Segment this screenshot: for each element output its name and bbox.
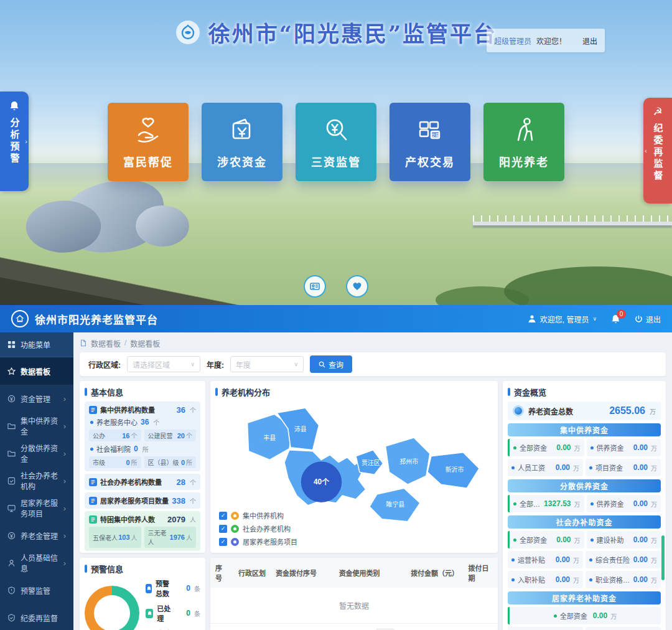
checkbox-checked[interactable]: ✓ <box>219 525 227 533</box>
year-select[interactable]: 年度 <box>230 356 304 372</box>
panel-title: 养老机构分布 <box>215 386 493 398</box>
sub-chip: 公办16个 <box>89 430 141 441</box>
fund-item: 运营补贴0.00万 <box>508 551 583 568</box>
analysis-warning-tab[interactable]: 分析预警 › <box>0 92 29 191</box>
region-select[interactable]: 请选择区域 <box>127 356 200 372</box>
tile-shenong-zijin[interactable]: 涉农资金 <box>202 103 282 181</box>
sub-chip: 区（县）级0所 <box>144 456 197 468</box>
portal-tiles: 富民帮促 涉农资金 三资监管 交易 产权交易 阳光养老 <box>0 103 672 181</box>
chevron-right-icon <box>63 476 66 486</box>
col-header: 资金使用类别 <box>334 558 406 588</box>
grid-icon <box>7 341 16 349</box>
search-label: 查询 <box>329 359 343 370</box>
right-column: 资金概览 养老资金总数 2655.06 万 集中供养资金 全部资金0.00万 供… <box>503 381 666 630</box>
dashboard-logo-icon <box>11 310 29 327</box>
stat-card-central-institutions: 集中供养机构数量 36 个 养老服务中心36个 公办16个 公建民营20个 社会… <box>85 402 200 471</box>
stat-label: 集中供养机构数量 <box>100 405 155 415</box>
document-icon <box>80 339 87 347</box>
region-label: 沛县 <box>294 425 307 433</box>
platform-logo-icon <box>175 19 201 45</box>
sidebar-item-dispersed-fund[interactable]: 分散供养资金 <box>0 440 73 467</box>
menu-header: 功能菜单 <box>0 332 73 357</box>
year-filter-label: 年度: <box>207 359 224 370</box>
hero-logout-button[interactable]: 退出 <box>582 35 597 46</box>
sidebar-item-label: 居家养老服务项目 <box>21 497 58 519</box>
sub-chip: 五保老人103人 <box>89 527 141 548</box>
coins-icon <box>7 532 16 540</box>
title-bar <box>85 388 87 396</box>
basic-info-panel: 基本信息 集中供养机构数量 36 个 养老服务中心36个 公办16个 <box>80 381 205 553</box>
fund-item: 供养资金0.00万 <box>587 495 661 512</box>
fund-item: 建设补助0.00万 <box>586 627 661 630</box>
section-header: 分散供养资金 <box>508 479 661 492</box>
search-button[interactable]: 查询 <box>310 355 352 373</box>
shield-icon <box>7 614 16 622</box>
main-content: 数据看板 数据看板 行政区域: 请选择区域 年度: 年度 查询 基本信息 <box>73 332 672 630</box>
sidebar-item-home-care-projects[interactable]: 居家养老服务项目 <box>0 494 73 522</box>
sub-chip: 三无老人1976人 <box>144 527 197 548</box>
sidebar-item-pension-mgmt[interactable]: 养老金管理 <box>0 522 73 549</box>
sidebar-item-warning-supervision[interactable]: 预警监管 <box>0 576 73 604</box>
jiwei-supervision-tab[interactable]: ☭ 纪委再监督 ‹ <box>643 98 672 204</box>
map-bubble-label: 40个 <box>314 477 329 486</box>
sidebar-item-fund-mgmt[interactable]: 资金管理 <box>0 385 73 412</box>
logout-button[interactable]: 退出 <box>635 314 661 324</box>
tile-yangguang-yanglao[interactable]: 阳光养老 <box>483 103 564 181</box>
breadcrumb-root[interactable]: 数据看板 <box>91 338 121 349</box>
tile-chanquan-jiaoyi[interactable]: 交易 产权交易 <box>390 103 470 181</box>
legend-item: ✓ 社会办养老机构 <box>219 524 297 534</box>
notification-badge: 0 <box>617 309 626 319</box>
fund-item: 全部资金0.00万 <box>510 439 584 456</box>
chevron-right-icon <box>63 394 66 403</box>
fund-item: 全部资金0.00万 <box>510 607 661 624</box>
shield-icon <box>7 586 16 595</box>
notifications-button[interactable]: 0 <box>610 314 621 324</box>
sub-stat: 社会福利院0所 <box>89 444 196 454</box>
stat-card-social-institutions: 社会办养老机构数量 28个 <box>85 474 200 490</box>
sidebar-item-social-institutions[interactable]: 社会办养老机构 <box>0 467 73 494</box>
breadcrumb-separator <box>124 339 126 347</box>
search-icon <box>319 361 325 368</box>
welcome-label: 欢迎您, 管理员 <box>540 314 589 324</box>
col-header: 资金拨付序号 <box>271 558 334 588</box>
sidebar-item-data-board[interactable]: 数据看板 <box>0 357 73 385</box>
region-placeholder: 请选择区域 <box>133 359 170 370</box>
user-role: 超级管理员 <box>494 35 531 46</box>
fund-item: 职业资格补贴0.00万 <box>586 571 661 588</box>
scrollbar-thumb[interactable] <box>661 535 665 580</box>
hero-user-box: 超级管理员 欢迎您！ 退出 <box>487 29 605 52</box>
bullet-dot <box>90 421 93 424</box>
sidebar-item-jiwei-supervision[interactable]: 纪委再监督 <box>0 604 73 630</box>
checkbox-checked[interactable]: ✓ <box>219 538 227 546</box>
sub-stat: 养老服务中心36个 <box>89 417 196 427</box>
sidebar-item-personnel-info[interactable]: 人员基础信息 <box>0 549 73 576</box>
chevron-left-icon: ‹ <box>645 147 647 154</box>
dashboard-columns: 基本信息 集中供养机构数量 36 个 养老服务中心36个 公办16个 <box>80 381 666 630</box>
heart-care-button[interactable] <box>346 275 368 298</box>
region-filter-label: 行政区域: <box>88 359 121 370</box>
coin-ring-icon <box>513 405 524 416</box>
doc-icon <box>89 497 97 505</box>
monitor-icon <box>7 504 16 512</box>
fund-item: 建设补助0.00万 <box>587 531 661 548</box>
bridge <box>473 215 672 222</box>
tile-sanzi-jianguan[interactable]: 三资监管 <box>296 103 376 181</box>
bridge <box>473 222 672 225</box>
chevron-right-icon <box>63 449 66 458</box>
checkbox-checked[interactable]: ✓ <box>219 512 227 520</box>
tile-label: 阳光养老 <box>499 153 549 169</box>
stat-card-homecare-projects: 居家养老服务项目数量 338个 <box>85 492 200 509</box>
sidebar-item-label: 预警监管 <box>21 585 50 596</box>
sidebar-item-central-fund[interactable]: 集中供养资金 <box>0 412 73 440</box>
pagination: 共 0 条 ‹ 1 › 前往 页 <box>210 624 498 630</box>
col-header: 行政区划 <box>233 558 271 588</box>
sidebar-item-label: 社会办养老机构 <box>21 470 58 491</box>
elderly-person-icon <box>508 115 539 146</box>
user-menu[interactable]: 欢迎您, 管理员 ∨ <box>528 314 597 324</box>
col-header: 拨付日期 <box>464 558 498 588</box>
panel-title: 预警信息 <box>85 563 200 575</box>
legend-dot <box>231 525 239 533</box>
id-card-button[interactable] <box>304 275 326 298</box>
search-yuan-icon <box>320 115 352 146</box>
tile-fumin-bangcu[interactable]: 富民帮促 <box>108 103 189 181</box>
